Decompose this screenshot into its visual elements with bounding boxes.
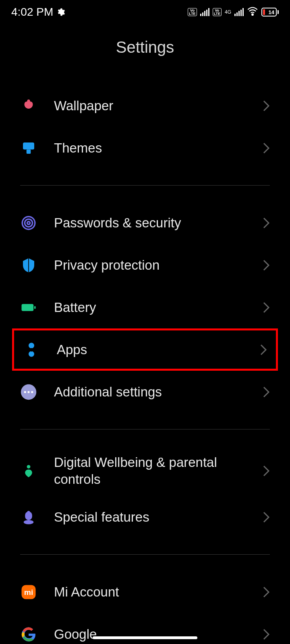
svg-text:mi: mi (24, 588, 33, 597)
status-right: VoLTE VoLTE 4G 14 (188, 6, 279, 19)
battery-indicator: 14 (261, 8, 279, 17)
chevron-right-icon (263, 301, 270, 314)
item-label: Themes (54, 140, 263, 156)
svg-point-5 (27, 221, 30, 224)
svg-point-11 (27, 391, 29, 393)
svg-point-13 (27, 465, 31, 469)
wellbeing-icon (20, 462, 37, 479)
settings-group: Wallpaper Themes (0, 85, 290, 169)
settings-group: Passwords & security Privacy protection … (0, 202, 290, 413)
network-label: 4G (225, 10, 231, 14)
chevron-right-icon (263, 586, 270, 598)
item-label: Special features (54, 509, 263, 525)
chevron-right-icon (263, 511, 270, 523)
nav-handle[interactable] (93, 636, 197, 639)
chevron-right-icon (263, 142, 270, 154)
settings-item-battery[interactable]: Battery (0, 286, 290, 328)
settings-item-miaccount[interactable]: mi Mi Account (0, 571, 290, 613)
svg-point-8 (30, 348, 33, 351)
themes-icon (20, 140, 37, 157)
chevron-right-icon (263, 217, 270, 229)
item-label: Battery (54, 299, 263, 316)
chevron-right-icon (263, 386, 270, 398)
battery-percent: 14 (269, 9, 274, 15)
gear-icon (56, 8, 65, 17)
wifi-icon (247, 6, 258, 19)
status-left: 4:02 PM (11, 6, 65, 19)
status-bar: 4:02 PM VoLTE VoLTE 4G 14 (0, 0, 290, 24)
apps-icon (23, 341, 40, 358)
chevron-right-icon (263, 259, 270, 271)
settings-item-special[interactable]: Special features (0, 496, 290, 538)
special-icon (20, 509, 37, 526)
fingerprint-icon (20, 215, 37, 231)
item-label: Passwords & security (54, 215, 263, 231)
svg-point-4 (25, 219, 32, 227)
divider (20, 429, 270, 429)
svg-rect-7 (34, 306, 36, 309)
chevron-right-icon (260, 344, 267, 356)
divider (20, 185, 270, 186)
google-icon (20, 626, 37, 643)
settings-item-privacy[interactable]: Privacy protection (0, 244, 290, 286)
chevron-right-icon (263, 628, 270, 640)
more-icon (20, 384, 37, 400)
settings-item-passwords[interactable]: Passwords & security (0, 202, 290, 244)
svg-point-15 (24, 520, 34, 524)
signal-icon (234, 8, 244, 16)
settings-group: mi Mi Account Google (0, 571, 290, 644)
svg-rect-1 (23, 142, 34, 150)
status-time: 4:02 PM (11, 6, 53, 19)
divider (20, 554, 270, 555)
svg-point-0 (252, 14, 253, 15)
wallpaper-icon (20, 97, 37, 114)
settings-item-themes[interactable]: Themes (0, 127, 290, 169)
item-label: Digital Wellbeing & parental controls (54, 454, 263, 487)
item-label: Privacy protection (54, 257, 263, 273)
battery-icon (20, 299, 37, 316)
chevron-right-icon (263, 100, 270, 112)
mi-icon: mi (20, 584, 37, 601)
svg-rect-6 (22, 304, 34, 311)
page-title: Settings (0, 38, 290, 56)
settings-item-additional[interactable]: Additional settings (0, 371, 290, 413)
settings-item-wallpaper[interactable]: Wallpaper (0, 85, 290, 127)
shield-icon (20, 257, 37, 274)
signal-icon (200, 8, 209, 16)
volte-icon: VoLTE (188, 8, 197, 16)
item-label: Wallpaper (54, 97, 263, 114)
settings-item-wellbeing[interactable]: Digital Wellbeing & parental controls (0, 446, 290, 496)
item-label: Additional settings (54, 384, 263, 400)
item-label: Google (54, 626, 263, 642)
settings-item-google[interactable]: Google (0, 613, 290, 644)
volte-icon: VoLTE (213, 8, 222, 16)
chevron-right-icon (263, 465, 270, 477)
settings-group: Digital Wellbeing & parental controls Sp… (0, 446, 290, 538)
item-label: Apps (57, 341, 260, 358)
svg-rect-2 (27, 149, 31, 154)
svg-point-10 (24, 391, 26, 393)
svg-point-12 (31, 391, 33, 393)
settings-item-apps[interactable]: Apps (12, 328, 278, 371)
item-label: Mi Account (54, 584, 263, 600)
